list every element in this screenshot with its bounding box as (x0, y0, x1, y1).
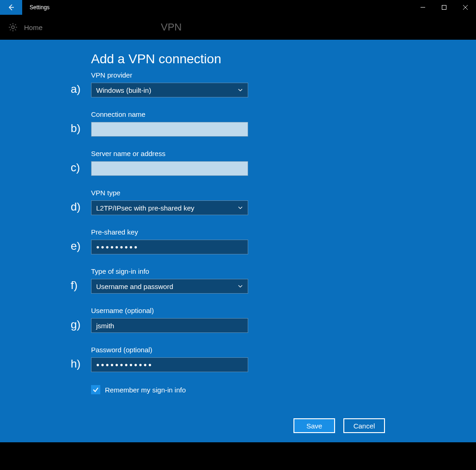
field-server: c) Server name or address (91, 150, 248, 176)
vpn-form: a) VPN provider Windows (built-in) b) Co… (91, 71, 248, 394)
input-password-value: ●●●●●●●●●●●● (96, 358, 153, 372)
marker-g: g) (71, 318, 80, 331)
window-controls (412, 0, 476, 15)
marker-b: b) (71, 122, 80, 135)
field-vpn-type: d) VPN type L2TP/IPsec with pre-shared k… (91, 189, 248, 215)
marker-d: d) (71, 200, 80, 213)
maximize-button[interactable] (433, 0, 455, 15)
label-vpn-provider: VPN provider (91, 71, 248, 79)
gear-icon (8, 23, 18, 32)
label-signin-type: Type of sign-in info (91, 267, 248, 275)
input-username-value: jsmith (96, 322, 114, 330)
save-button[interactable]: Save (293, 418, 335, 433)
field-username: g) Username (optional) jsmith (91, 307, 248, 333)
save-button-label: Save (306, 422, 322, 430)
home-link[interactable]: Home (24, 24, 43, 31)
input-password[interactable]: ●●●●●●●●●●●● (91, 357, 248, 372)
label-remember: Remember my sign-in info (105, 386, 186, 394)
remember-row: Remember my sign-in info (91, 385, 248, 394)
back-button[interactable] (0, 0, 22, 15)
label-connection-name: Connection name (91, 110, 248, 118)
chevron-down-icon (238, 205, 243, 211)
close-icon (463, 5, 468, 10)
back-arrow-icon (7, 4, 15, 11)
dropdown-vpn-type-value: L2TP/IPsec with pre-shared key (96, 204, 195, 212)
svg-rect-0 (442, 6, 446, 10)
minimize-icon (421, 5, 425, 10)
cancel-button[interactable]: Cancel (343, 418, 385, 433)
input-psk-value: ●●●●●●●●● (96, 240, 139, 254)
label-server: Server name or address (91, 150, 248, 157)
input-psk[interactable]: ●●●●●●●●● (91, 240, 248, 254)
label-vpn-type: VPN type (91, 189, 248, 197)
field-vpn-provider: a) VPN provider Windows (built-in) (91, 71, 248, 97)
dropdown-vpn-provider-value: Windows (built-in) (96, 86, 151, 94)
input-username[interactable]: jsmith (91, 318, 248, 333)
marker-c: c) (71, 161, 80, 174)
marker-f: f) (71, 279, 78, 292)
dropdown-vpn-provider[interactable]: Windows (built-in) (91, 83, 248, 97)
field-signin-type: f) Type of sign-in info Username and pas… (91, 267, 248, 294)
page-crumb: VPN (161, 21, 182, 33)
chevron-down-icon (238, 283, 243, 289)
titlebar: Settings (0, 0, 476, 15)
maximize-icon (442, 5, 446, 10)
dropdown-vpn-type[interactable]: L2TP/IPsec with pre-shared key (91, 200, 248, 215)
field-connection-name: b) Connection name (91, 110, 248, 137)
label-password: Password (optional) (91, 346, 248, 354)
input-server[interactable] (91, 161, 248, 176)
check-icon (92, 386, 99, 393)
label-username: Username (optional) (91, 307, 248, 314)
marker-a: a) (71, 83, 80, 96)
dropdown-signin-type[interactable]: Username and password (91, 279, 248, 294)
input-connection-name[interactable] (91, 122, 248, 137)
marker-h: h) (71, 357, 80, 370)
checkbox-remember[interactable] (91, 385, 100, 394)
footer-bar (0, 442, 476, 470)
marker-e: e) (71, 240, 80, 253)
dropdown-signin-type-value: Username and password (96, 283, 173, 290)
breadcrumb: Home VPN (0, 15, 476, 40)
label-psk: Pre-shared key (91, 228, 248, 236)
window-title: Settings (22, 0, 412, 15)
field-psk: e) Pre-shared key ●●●●●●●●● (91, 228, 248, 254)
field-password: h) Password (optional) ●●●●●●●●●●●● (91, 346, 248, 372)
svg-point-1 (12, 26, 14, 29)
page-title: Add a VPN connection (91, 52, 221, 66)
content-panel: Add a VPN connection a) VPN provider Win… (0, 40, 476, 442)
chevron-down-icon (238, 87, 243, 93)
close-button[interactable] (455, 0, 476, 15)
cancel-button-label: Cancel (354, 422, 375, 430)
minimize-button[interactable] (412, 0, 433, 15)
button-row: Save Cancel (293, 418, 385, 433)
